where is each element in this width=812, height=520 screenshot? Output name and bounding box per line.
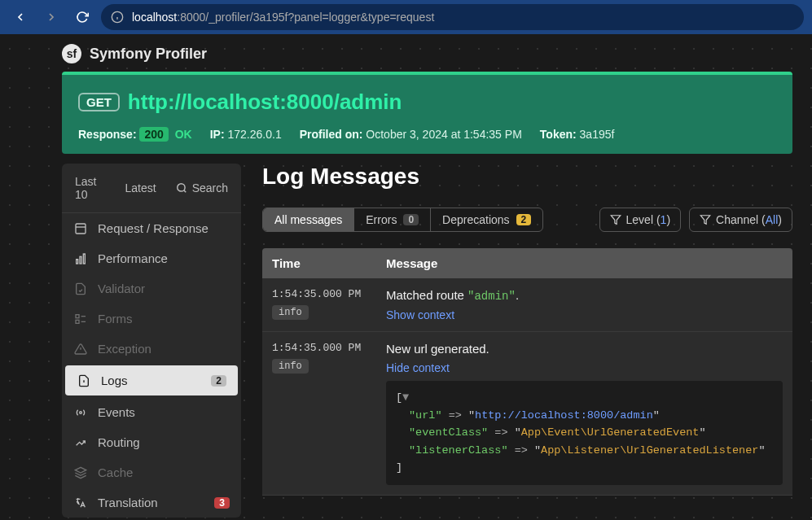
tab-deprecations[interactable]: Deprecations 2 [431,208,542,231]
log-level-badge: info [272,305,309,320]
svg-marker-21 [700,216,710,225]
gauge-icon [73,252,88,265]
status-code-badge: 200 [139,127,168,142]
search-icon [176,182,187,194]
svg-rect-11 [76,320,79,323]
log-message: Matched route "admin". [386,288,783,303]
svg-marker-19 [75,467,86,473]
sidebar-item-forms[interactable]: Forms [62,304,241,334]
info-icon [111,11,124,24]
sidebar-item-routing[interactable]: Routing [62,427,241,457]
tab-all-messages[interactable]: All messages [263,208,354,231]
hide-context-toggle[interactable]: Hide context [386,361,450,374]
ip-meta: IP: 172.26.0.1 [210,128,282,141]
filter-icon [700,214,711,225]
svg-point-18 [80,411,82,413]
filter-icon [610,214,621,225]
forward-button[interactable] [39,5,64,29]
token-meta: Token: 3a195f [540,128,615,141]
svg-line-4 [183,190,186,193]
message-type-tabs: All messages Errors 0 Deprecations 2 [262,208,543,232]
errors-count-badge: 0 [403,214,419,225]
page-title: Log Messages [262,164,792,190]
layers-icon [73,466,88,479]
brand[interactable]: sf Symfony Profiler [62,44,792,63]
content-area: Log Messages All messages Errors 0 Depre… [262,164,792,496]
log-timestamp: 1:54:35.000 PM [272,288,386,300]
col-time: Time [272,256,386,270]
route-icon [73,436,88,449]
svg-rect-7 [77,259,78,263]
sidebar-latest[interactable]: Latest [117,170,165,206]
sidebar: Last 10 Latest Search Request / Response… [62,164,241,518]
log-table: Time Message 1:54:35.000 PM info Matched… [262,248,792,496]
sidebar-item-label: Routing [98,435,140,449]
request-url[interactable]: http://localhost:8000/admin [128,90,402,115]
sidebar-last-10[interactable]: Last 10 [67,170,114,206]
log-row: 1:54:35.000 PM info New url generated. H… [262,332,792,496]
sidebar-item-label: Performance [98,251,168,265]
svg-rect-9 [83,254,85,264]
address-bar[interactable]: localhost:8000/_profiler/3a195f?panel=lo… [101,4,804,30]
show-context-toggle[interactable]: Show context [386,308,454,321]
deprecations-count-badge: 2 [516,214,532,225]
svg-rect-8 [80,256,81,264]
symfony-logo-icon: sf [62,44,81,63]
log-level-badge: info [272,359,309,374]
sidebar-item-label: Exception [98,342,151,356]
layout-icon [73,222,88,235]
svg-rect-5 [76,224,86,234]
forms-icon [73,312,88,326]
sidebar-item-label: Forms [98,312,133,326]
warning-icon [73,343,88,356]
sidebar-item-cache[interactable]: Cache [62,457,241,487]
url-text: localhost:8000/_profiler/3a195f?panel=lo… [132,11,434,24]
back-button[interactable] [8,5,33,29]
translate-icon [73,496,88,509]
sidebar-search[interactable]: Search [168,170,236,206]
svg-marker-20 [611,216,621,225]
http-method-badge: GET [78,93,120,111]
log-row: 1:54:35.000 PM info Matched route "admin… [262,278,792,332]
sidebar-item-request[interactable]: Request / Response [62,213,241,243]
sidebar-item-label: Logs [101,374,128,387]
request-header: GET http://localhost:8000/admin Response… [62,72,792,154]
sidebar-item-label: Events [98,405,135,419]
sidebar-item-label: Request / Response [98,221,208,235]
log-message: New url generated. [386,342,783,356]
brand-title: Symfony Profiler [90,46,207,63]
logs-count-badge: 2 [211,375,226,387]
file-icon [77,374,91,387]
context-url-link[interactable]: http://localhost:8000/admin [475,409,653,422]
sidebar-item-validator[interactable]: Validator [62,273,241,304]
sidebar-item-logs[interactable]: Logs 2 [65,365,238,395]
filter-channel[interactable]: Channel (All) [689,208,792,232]
browser-toolbar: localhost:8000/_profiler/3a195f?panel=lo… [0,0,812,34]
tab-errors[interactable]: Errors 0 [354,208,431,231]
broadcast-icon [73,406,88,419]
sidebar-item-label: Validator [98,282,145,295]
context-block: [▼ "url" => "http://localhost:8000/admin… [386,381,783,485]
svg-rect-10 [76,314,79,317]
log-timestamp: 1:54:35.000 PM [272,342,386,354]
response-meta: Response: 200 OK [78,128,192,141]
sidebar-item-performance[interactable]: Performance [62,243,241,273]
sidebar-item-label: Cache [98,465,133,479]
col-message: Message [386,256,783,270]
sidebar-item-label: Translation [98,496,158,509]
svg-point-3 [177,184,184,191]
translation-count-badge: 3 [214,497,230,509]
sidebar-item-translation[interactable]: Translation 3 [62,487,241,518]
check-doc-icon [73,282,88,295]
profiled-meta: Profiled on: October 3, 2024 at 1:54:35 … [300,128,522,141]
reload-button[interactable] [70,5,94,29]
filter-level[interactable]: Level (1) [599,208,682,232]
sidebar-item-events[interactable]: Events [62,397,241,427]
sidebar-item-exception[interactable]: Exception [62,334,241,364]
